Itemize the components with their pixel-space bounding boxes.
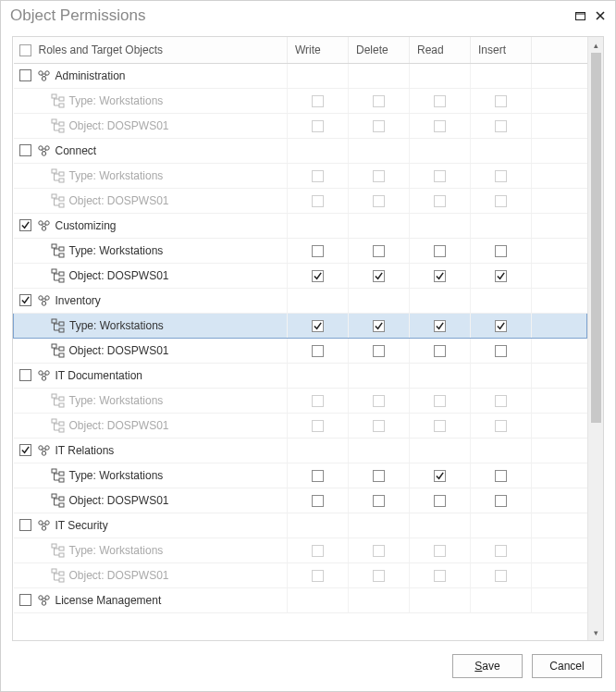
- perm-insert-checkbox[interactable]: [495, 420, 507, 432]
- perm-read-checkbox[interactable]: [434, 470, 446, 482]
- role-row[interactable]: Customizing: [14, 213, 587, 238]
- perm-delete-checkbox[interactable]: [373, 95, 385, 107]
- role-checkbox[interactable]: [19, 594, 31, 606]
- perm-delete-checkbox[interactable]: [373, 320, 385, 332]
- object-row[interactable]: Object: DOSPWS01: [14, 113, 587, 138]
- object-row[interactable]: Object: DOSPWS01: [14, 263, 587, 288]
- perm-insert-checkbox[interactable]: [495, 245, 507, 257]
- save-button[interactable]: Save: [452, 654, 523, 678]
- perm-delete-checkbox[interactable]: [373, 245, 385, 257]
- perm-insert-checkbox[interactable]: [495, 395, 507, 407]
- perm-delete-checkbox[interactable]: [373, 420, 385, 432]
- perm-write-checkbox[interactable]: [312, 320, 324, 332]
- perm-write-checkbox[interactable]: [312, 270, 324, 282]
- perm-write-checkbox[interactable]: [312, 170, 324, 182]
- role-row[interactable]: IT Relations: [14, 438, 587, 463]
- perm-delete-checkbox[interactable]: [373, 495, 385, 507]
- perm-write-checkbox[interactable]: [312, 495, 324, 507]
- object-row[interactable]: Object: DOSPWS01: [14, 338, 587, 363]
- perm-insert-checkbox[interactable]: [495, 545, 507, 557]
- header-read[interactable]: Read: [410, 37, 471, 63]
- perm-read-checkbox[interactable]: [434, 545, 446, 557]
- type-row[interactable]: Type: Workstations: [14, 388, 587, 413]
- perm-delete-checkbox[interactable]: [373, 170, 385, 182]
- role-row[interactable]: Administration: [14, 63, 587, 88]
- role-row[interactable]: Connect: [14, 138, 587, 163]
- object-row[interactable]: Object: DOSPWS01: [14, 188, 587, 213]
- perm-write-checkbox[interactable]: [312, 420, 324, 432]
- role-checkbox[interactable]: [19, 519, 31, 531]
- header-delete[interactable]: Delete: [349, 37, 410, 63]
- perm-delete-checkbox[interactable]: [373, 120, 385, 132]
- maximize-icon[interactable]: [573, 9, 587, 22]
- type-row[interactable]: Type: Workstations: [14, 238, 587, 263]
- perm-insert-checkbox[interactable]: [495, 195, 507, 207]
- perm-read-checkbox[interactable]: [434, 95, 446, 107]
- perm-insert-checkbox[interactable]: [495, 170, 507, 182]
- header-checkbox[interactable]: [19, 44, 31, 56]
- perm-write-checkbox[interactable]: [312, 95, 324, 107]
- role-checkbox[interactable]: [19, 369, 31, 381]
- role-row[interactable]: IT Security: [14, 513, 587, 538]
- perm-read-checkbox[interactable]: [434, 245, 446, 257]
- perm-insert-checkbox[interactable]: [495, 270, 507, 282]
- header-insert[interactable]: Insert: [471, 37, 532, 63]
- perm-delete-checkbox[interactable]: [373, 545, 385, 557]
- scrollbar-thumb[interactable]: [591, 53, 601, 423]
- scroll-down-icon[interactable]: ▾: [588, 624, 604, 640]
- role-checkbox[interactable]: [19, 144, 31, 156]
- close-icon[interactable]: [593, 9, 608, 22]
- perm-read-checkbox[interactable]: [434, 320, 446, 332]
- perm-insert-checkbox[interactable]: [495, 495, 507, 507]
- perm-write-checkbox[interactable]: [312, 345, 324, 357]
- perm-read-checkbox[interactable]: [434, 195, 446, 207]
- cancel-button[interactable]: Cancel: [532, 654, 602, 678]
- perm-delete-checkbox[interactable]: [373, 195, 385, 207]
- type-row[interactable]: Type: Workstations: [14, 163, 587, 188]
- header-roles[interactable]: Roles and Target Objects: [14, 37, 288, 63]
- role-checkbox[interactable]: [19, 219, 31, 231]
- perm-delete-checkbox[interactable]: [373, 470, 385, 482]
- perm-delete-checkbox[interactable]: [373, 345, 385, 357]
- role-row[interactable]: Inventory: [14, 288, 587, 313]
- perm-write-checkbox[interactable]: [312, 195, 324, 207]
- perm-read-checkbox[interactable]: [434, 170, 446, 182]
- perm-insert-checkbox[interactable]: [495, 320, 507, 332]
- perm-read-checkbox[interactable]: [434, 345, 446, 357]
- perm-insert-checkbox[interactable]: [495, 570, 507, 582]
- role-row[interactable]: License Management: [14, 587, 587, 612]
- perm-write-checkbox[interactable]: [312, 120, 324, 132]
- perm-write-checkbox[interactable]: [312, 395, 324, 407]
- perm-read-checkbox[interactable]: [434, 420, 446, 432]
- perm-read-checkbox[interactable]: [434, 570, 446, 582]
- object-row[interactable]: Object: DOSPWS01: [14, 488, 587, 513]
- perm-write-checkbox[interactable]: [312, 470, 324, 482]
- type-row[interactable]: Type: Workstations: [14, 88, 587, 113]
- role-checkbox[interactable]: [19, 69, 31, 81]
- perm-insert-checkbox[interactable]: [495, 470, 507, 482]
- perm-write-checkbox[interactable]: [312, 245, 324, 257]
- perm-read-checkbox[interactable]: [434, 120, 446, 132]
- perm-read-checkbox[interactable]: [434, 395, 446, 407]
- type-row[interactable]: Type: Workstations: [14, 463, 587, 488]
- type-row[interactable]: Type: Workstations: [14, 313, 587, 338]
- perm-delete-checkbox[interactable]: [373, 395, 385, 407]
- vertical-scrollbar[interactable]: ▴ ▾: [587, 37, 603, 640]
- perm-read-checkbox[interactable]: [434, 495, 446, 507]
- perm-read-checkbox[interactable]: [434, 270, 446, 282]
- perm-insert-checkbox[interactable]: [495, 95, 507, 107]
- perm-insert-checkbox[interactable]: [495, 345, 507, 357]
- object-row[interactable]: Object: DOSPWS01: [14, 413, 587, 438]
- perm-delete-checkbox[interactable]: [373, 570, 385, 582]
- role-checkbox[interactable]: [19, 294, 31, 306]
- type-row[interactable]: Type: Workstations: [14, 538, 587, 562]
- header-write[interactable]: Write: [288, 37, 349, 63]
- perm-delete-checkbox[interactable]: [373, 270, 385, 282]
- perm-write-checkbox[interactable]: [312, 570, 324, 582]
- object-row[interactable]: Object: DOSPWS01: [14, 562, 587, 587]
- perm-insert-checkbox[interactable]: [495, 120, 507, 132]
- perm-write-checkbox[interactable]: [312, 545, 324, 557]
- role-row[interactable]: IT Documentation: [14, 363, 587, 388]
- role-checkbox[interactable]: [19, 444, 31, 456]
- scroll-up-icon[interactable]: ▴: [588, 37, 604, 53]
